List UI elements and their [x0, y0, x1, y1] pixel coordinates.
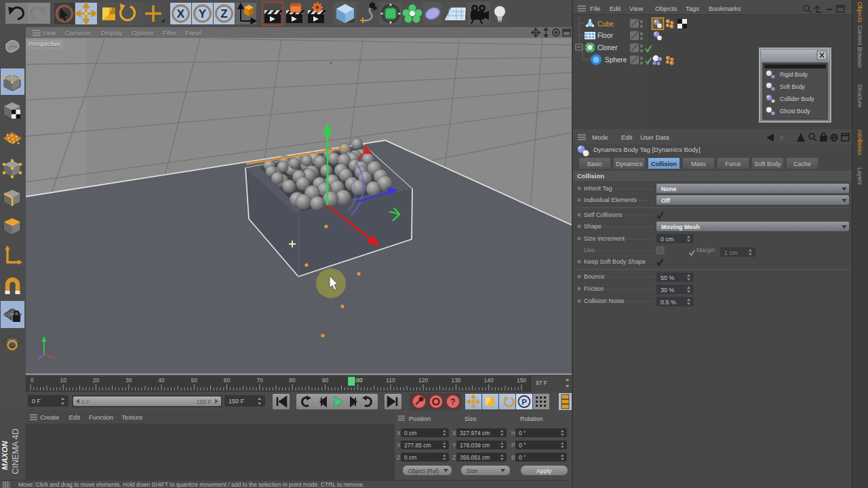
svg-text:178.039 cm: 178.039 cm	[460, 442, 490, 449]
svg-text:0 F: 0 F	[81, 399, 90, 405]
svg-text:Force: Force	[725, 161, 741, 167]
svg-text:Z: Z	[452, 454, 456, 461]
svg-text:90: 90	[322, 377, 329, 384]
svg-text:Cache: Cache	[793, 161, 811, 167]
svg-text:0 cm: 0 cm	[660, 236, 674, 243]
svg-text:30: 30	[125, 377, 132, 384]
svg-text:X: X	[397, 430, 401, 436]
svg-text:Bounce: Bounce	[584, 273, 605, 280]
svg-text:User Data: User Data	[640, 134, 669, 141]
svg-text:60: 60	[224, 377, 231, 384]
svg-text:Objects: Objects	[655, 5, 677, 12]
svg-text:97: 97	[357, 377, 363, 384]
svg-text:0: 0	[31, 377, 34, 384]
svg-text:?: ?	[450, 397, 455, 407]
svg-text:Y: Y	[397, 442, 401, 449]
svg-text:150 F: 150 F	[197, 399, 212, 405]
svg-text:Ghost Body: Ghost Body	[780, 108, 810, 115]
svg-text:X: X	[177, 7, 185, 20]
svg-text:150: 150	[517, 377, 526, 384]
svg-text:110: 110	[386, 377, 395, 384]
svg-text:None: None	[661, 186, 677, 192]
svg-text:Object (Rel): Object (Rel)	[408, 468, 439, 474]
svg-text:Collision: Collision	[577, 172, 604, 180]
svg-text:Individual Elements: Individual Elements	[584, 197, 637, 203]
svg-text:Size: Size	[467, 468, 478, 474]
svg-text:Rotation: Rotation	[520, 415, 543, 422]
svg-text:Floor: Floor	[597, 32, 613, 39]
svg-text:P: P	[521, 398, 527, 406]
svg-text:Margin: Margin	[696, 247, 715, 253]
svg-text:50 %: 50 %	[660, 274, 675, 281]
svg-text:80: 80	[289, 377, 296, 384]
svg-text:Edit: Edit	[610, 5, 621, 12]
svg-text:Dynamics: Dynamics	[616, 161, 643, 167]
svg-text:View: View	[629, 5, 644, 12]
svg-text:Shape: Shape	[584, 223, 601, 230]
svg-text:0 °: 0 °	[519, 454, 526, 461]
svg-text:150 F: 150 F	[229, 398, 245, 405]
svg-text:Friction: Friction	[584, 285, 604, 292]
svg-text:20: 20	[93, 377, 100, 384]
svg-text:140: 140	[484, 377, 494, 384]
svg-text:Bookmarks: Bookmarks	[709, 5, 741, 12]
svg-text:X: X	[452, 430, 456, 436]
svg-text:H: H	[511, 430, 515, 436]
svg-text:40: 40	[158, 377, 165, 384]
svg-text:0.5 %: 0.5 %	[660, 299, 676, 306]
svg-text:Edit: Edit	[621, 134, 633, 141]
svg-text:277.85 cm: 277.85 cm	[404, 442, 431, 449]
svg-text:Size Increment: Size Increment	[584, 235, 625, 242]
svg-text:Position: Position	[409, 415, 431, 422]
svg-text:97 F: 97 F	[536, 380, 547, 386]
svg-text:1 cm: 1 cm	[724, 249, 738, 256]
svg-text:Collision Noise: Collision Noise	[584, 298, 625, 304]
svg-text:30 %: 30 %	[660, 287, 675, 293]
svg-text:120: 120	[418, 377, 428, 384]
svg-text:Tags: Tags	[686, 5, 699, 12]
svg-text:Moving Mesh: Moving Mesh	[661, 224, 700, 230]
svg-text:Self Collisions: Self Collisions	[584, 211, 623, 218]
svg-text:327.974 cm: 327.974 cm	[460, 430, 490, 436]
svg-text:10: 10	[60, 377, 67, 384]
svg-text:Size: Size	[465, 415, 477, 422]
svg-text:0 °: 0 °	[519, 442, 526, 449]
svg-text:Off: Off	[661, 197, 671, 204]
svg-text:0 F: 0 F	[32, 398, 41, 405]
svg-text:Use: Use	[584, 247, 595, 253]
svg-text:Y: Y	[199, 7, 207, 20]
svg-text:P: P	[511, 442, 515, 449]
svg-text:Basic: Basic	[587, 161, 603, 167]
svg-text:0 °: 0 °	[519, 430, 526, 436]
svg-text:70: 70	[256, 377, 263, 384]
svg-text:Sphere: Sphere	[605, 56, 627, 64]
svg-text:Rigid Body: Rigid Body	[780, 71, 808, 78]
svg-text:Apply: Apply	[536, 468, 552, 474]
svg-text:Y: Y	[452, 442, 456, 449]
svg-text:File: File	[590, 5, 600, 12]
svg-text:B: B	[511, 454, 515, 461]
svg-text:Cloner: Cloner	[597, 44, 618, 52]
svg-text:Collision: Collision	[651, 161, 677, 167]
svg-text:Collider Body: Collider Body	[780, 96, 814, 102]
svg-text:Z: Z	[220, 7, 227, 20]
svg-text:0 cm: 0 cm	[404, 430, 416, 436]
svg-text:50: 50	[191, 377, 198, 384]
svg-text:Mode: Mode	[592, 134, 608, 141]
svg-text:Mass: Mass	[691, 161, 706, 167]
svg-text:355.051 cm: 355.051 cm	[460, 454, 490, 461]
svg-text:130: 130	[451, 377, 460, 384]
svg-text:Cube: Cube	[597, 20, 614, 28]
svg-text:Inherit Tag: Inherit Tag	[584, 185, 612, 192]
svg-text:Z: Z	[397, 454, 400, 461]
svg-text:Dynamics Body Tag [Dynamics Bo: Dynamics Body Tag [Dynamics Body]	[593, 146, 701, 153]
svg-text:0 cm: 0 cm	[404, 454, 416, 461]
svg-text:Soft Body: Soft Body	[754, 161, 781, 167]
svg-text:Keep Soft Body Shape: Keep Soft Body Shape	[584, 258, 646, 265]
svg-text:Soft Body: Soft Body	[780, 83, 806, 90]
